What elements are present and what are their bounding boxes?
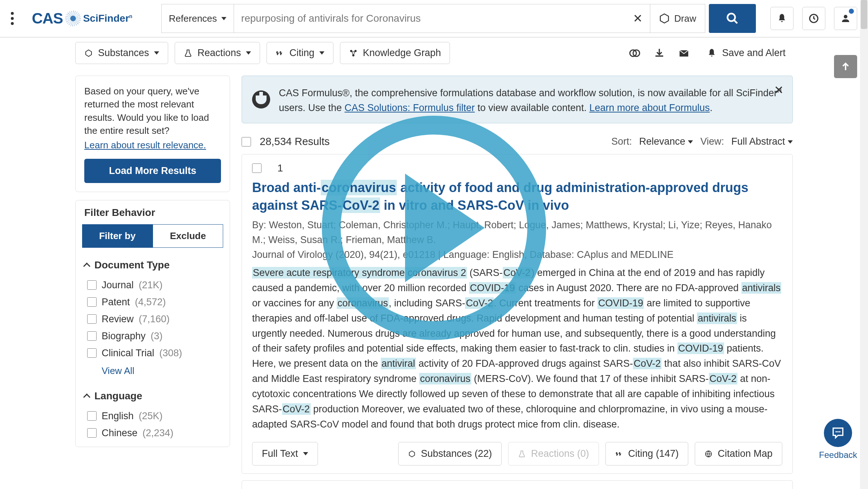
flask-icon bbox=[518, 450, 526, 458]
email-button[interactable] bbox=[675, 44, 693, 62]
account-button[interactable] bbox=[834, 7, 857, 30]
clock-icon bbox=[808, 13, 819, 24]
filter-toggle: Filter by Exclude bbox=[82, 224, 223, 248]
select-all-checkbox[interactable] bbox=[242, 137, 251, 146]
result-number: 1 bbox=[277, 162, 283, 174]
reactions-button[interactable]: Reactions bbox=[175, 42, 260, 64]
caret-down-icon bbox=[303, 452, 308, 455]
scrollbar[interactable]: ▲ bbox=[860, 0, 868, 489]
svg-point-15 bbox=[837, 431, 839, 433]
filter-item-patent[interactable]: Patent (4,572) bbox=[84, 294, 221, 311]
exclude-button[interactable]: Exclude bbox=[153, 224, 223, 248]
clear-search-icon[interactable]: ✕ bbox=[626, 12, 650, 25]
play-video-overlay[interactable] bbox=[322, 116, 546, 340]
checkbox[interactable] bbox=[87, 428, 97, 438]
bell-icon bbox=[776, 13, 787, 24]
relevance-text: Based on your query, we've returned the … bbox=[84, 85, 221, 137]
search-type-dropdown[interactable]: References bbox=[161, 4, 234, 33]
svg-marker-5 bbox=[86, 50, 92, 56]
citation-map-button[interactable]: Citation Map bbox=[695, 442, 782, 465]
chevron-up-icon bbox=[83, 263, 90, 270]
checkbox[interactable] bbox=[87, 411, 97, 421]
quote-icon bbox=[615, 450, 623, 458]
download-icon bbox=[654, 47, 665, 59]
search-button[interactable] bbox=[709, 4, 756, 33]
graph-icon bbox=[349, 49, 358, 58]
full-text-button[interactable]: Full Text bbox=[252, 442, 318, 465]
reactions-result-button: Reactions (0) bbox=[508, 442, 599, 465]
menu-icon[interactable] bbox=[11, 10, 14, 27]
flask-icon bbox=[184, 49, 192, 58]
caret-down-icon bbox=[154, 51, 159, 55]
alerts-button[interactable] bbox=[770, 7, 793, 30]
citing-result-button[interactable]: Citing (147) bbox=[605, 442, 689, 465]
feedback-label: Feedback bbox=[819, 450, 857, 460]
scroll-to-top-button[interactable] bbox=[834, 55, 857, 78]
history-button[interactable] bbox=[802, 7, 825, 30]
filter-item-review[interactable]: Review (7,160) bbox=[84, 311, 221, 328]
svg-point-1 bbox=[728, 14, 735, 21]
svg-point-4 bbox=[844, 15, 847, 18]
checkbox[interactable] bbox=[87, 297, 97, 307]
search-input[interactable] bbox=[234, 4, 626, 33]
draw-button[interactable]: Draw bbox=[650, 4, 705, 33]
hexagon-icon bbox=[659, 13, 670, 24]
checkbox[interactable] bbox=[87, 314, 97, 324]
play-icon bbox=[405, 174, 485, 282]
results-count: 28,534 Results bbox=[260, 136, 329, 148]
relevance-panel: Based on your query, we've returned the … bbox=[75, 76, 230, 192]
view-dropdown[interactable]: Full Abstract bbox=[731, 136, 793, 147]
caret-down-icon bbox=[688, 140, 693, 144]
quote-icon bbox=[276, 49, 284, 58]
caret-down-icon bbox=[788, 140, 793, 144]
filter-by-button[interactable]: Filter by bbox=[82, 224, 153, 248]
svg-marker-0 bbox=[660, 14, 669, 23]
view-all-link[interactable]: View All bbox=[84, 362, 221, 380]
relevance-link[interactable]: Learn about result relevance. bbox=[84, 140, 221, 151]
sort-label: Sort: bbox=[611, 136, 632, 147]
filter-behavior-title: Filter Behavior bbox=[76, 200, 230, 222]
notification-dot-icon bbox=[849, 9, 854, 14]
sort-dropdown[interactable]: Relevance bbox=[639, 136, 693, 147]
venn-button[interactable] bbox=[626, 44, 644, 62]
view-label: View: bbox=[700, 136, 724, 147]
scroll-thumb[interactable] bbox=[861, 0, 867, 29]
language-header[interactable]: Language bbox=[84, 390, 221, 402]
learn-more-link[interactable]: Learn more about Formulus bbox=[589, 102, 710, 113]
result-checkbox[interactable] bbox=[252, 163, 261, 173]
promo-text: CAS Formulus®, the comprehensive formula… bbox=[279, 84, 782, 115]
svg-marker-12 bbox=[409, 451, 414, 457]
venn-icon bbox=[628, 47, 641, 60]
result-card-2: 2 Drug repurposing screens reveal cell-t… bbox=[242, 480, 793, 489]
checkbox[interactable] bbox=[87, 331, 97, 341]
svg-point-16 bbox=[839, 431, 841, 433]
citing-button[interactable]: Citing bbox=[267, 42, 333, 64]
save-and-alert-button[interactable]: Save and Alert bbox=[699, 42, 793, 64]
promo-banner: CAS Formulus®, the comprehensive formula… bbox=[242, 76, 793, 123]
map-icon bbox=[705, 450, 712, 458]
knowledge-graph-button[interactable]: Knowledge Graph bbox=[340, 42, 450, 64]
checkbox[interactable] bbox=[87, 348, 97, 358]
logo-cas-text: CAS bbox=[32, 10, 63, 27]
mail-icon bbox=[678, 47, 690, 59]
caret-down-icon bbox=[319, 51, 324, 55]
filter-item-biography[interactable]: Biography (3) bbox=[84, 328, 221, 345]
download-button[interactable] bbox=[650, 44, 668, 62]
svg-point-8 bbox=[352, 54, 354, 56]
filter-item-english[interactable]: English (25K) bbox=[84, 408, 221, 425]
feedback-button[interactable]: Feedback bbox=[819, 419, 857, 460]
filter-item-clinical[interactable]: Clinical Trial (308) bbox=[84, 345, 221, 362]
filter-item-chinese[interactable]: Chinese (2,234) bbox=[84, 425, 221, 442]
checkbox[interactable] bbox=[87, 280, 97, 290]
formulus-filter-link[interactable]: CAS Solutions: Formulus filter bbox=[345, 102, 475, 113]
close-icon[interactable]: ✕ bbox=[774, 83, 784, 97]
svg-point-14 bbox=[835, 431, 837, 433]
substances-button[interactable]: Substances bbox=[75, 42, 168, 64]
draw-label: Draw bbox=[674, 13, 696, 24]
load-more-button[interactable]: Load More Results bbox=[84, 159, 221, 183]
search-box: ✕ Draw bbox=[234, 4, 705, 33]
logo[interactable]: CAS SciFindern bbox=[32, 10, 132, 27]
filter-item-journal[interactable]: Journal (21K) bbox=[84, 277, 221, 294]
document-type-header[interactable]: Document Type bbox=[84, 259, 221, 271]
substances-result-button[interactable]: Substances (22) bbox=[398, 442, 502, 465]
